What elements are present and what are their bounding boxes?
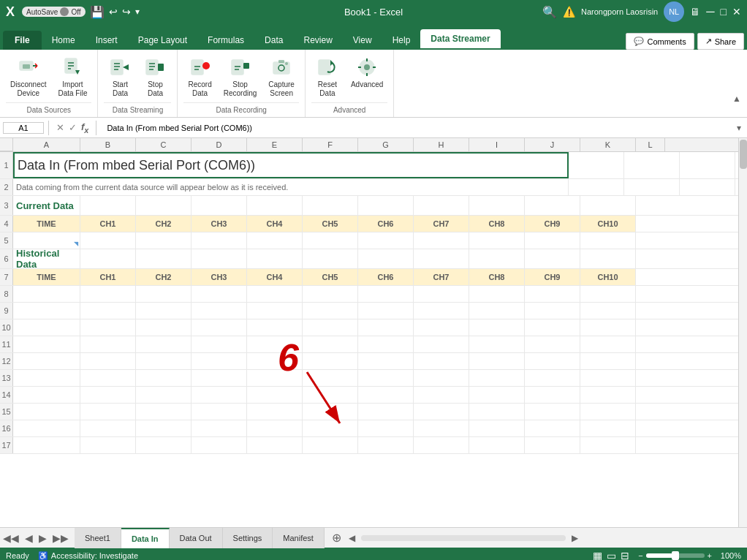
cell-f3[interactable] xyxy=(303,196,358,215)
cell-d6[interactable] xyxy=(192,249,247,268)
cell-h5[interactable] xyxy=(414,232,469,249)
autosave-toggle[interactable]: AutoSave Off xyxy=(22,7,86,17)
cell-b2[interactable] xyxy=(569,179,624,195)
col-header-j[interactable]: J xyxy=(525,138,580,151)
accept-formula-icon[interactable]: ✓ xyxy=(69,122,77,133)
tab-data[interactable]: Data xyxy=(254,31,293,50)
zoom-thumb[interactable] xyxy=(672,551,679,560)
normal-view-icon[interactable]: ▦ xyxy=(593,550,602,560)
cell-j6[interactable] xyxy=(525,249,580,268)
share-button[interactable]: ↗ Share xyxy=(697,33,744,50)
cell-d7[interactable]: CH3 xyxy=(192,269,247,285)
minimize-icon[interactable]: ─ xyxy=(706,5,714,18)
cell-f6[interactable] xyxy=(303,249,358,268)
cell-i7[interactable]: CH8 xyxy=(469,269,525,285)
cell-d5[interactable] xyxy=(192,232,247,249)
tab-page-layout[interactable]: Page Layout xyxy=(128,31,197,50)
cell-h4[interactable]: CH7 xyxy=(414,216,469,232)
col-header-h[interactable]: H xyxy=(414,138,469,151)
cell-c2[interactable] xyxy=(624,179,680,195)
cell-g5[interactable] xyxy=(358,232,414,249)
cell-d3[interactable] xyxy=(192,196,247,215)
cell-e4[interactable]: CH4 xyxy=(247,216,303,232)
tab-view[interactable]: View xyxy=(343,31,382,50)
undo-icon[interactable]: ↩ xyxy=(109,6,118,18)
capture-screen-button[interactable]: CaptureScreen xyxy=(264,53,299,101)
cell-c5[interactable] xyxy=(136,232,192,249)
horizontal-scroll-area[interactable]: ◀ ▶ xyxy=(349,533,744,543)
cell-k3[interactable] xyxy=(580,196,636,215)
cell-c4[interactable]: CH2 xyxy=(136,216,192,232)
cell-i6[interactable] xyxy=(469,249,525,268)
cell-c1[interactable] xyxy=(624,152,680,178)
cell-a2[interactable]: Data coming from the current data source… xyxy=(13,179,569,195)
col-header-f[interactable]: F xyxy=(303,138,358,151)
save-icon[interactable]: 💾 xyxy=(90,5,105,19)
cell-k6[interactable] xyxy=(580,249,636,268)
cell-g4[interactable]: CH6 xyxy=(358,216,414,232)
sheet-tab-sheet1[interactable]: Sheet1 xyxy=(75,528,121,548)
advanced-button[interactable]: Advanced xyxy=(346,53,387,92)
cell-d2[interactable] xyxy=(680,179,735,195)
cell-j5[interactable] xyxy=(525,232,580,249)
cell-a8[interactable] xyxy=(13,286,80,302)
cell-i4[interactable]: CH8 xyxy=(469,216,525,232)
cell-k5[interactable] xyxy=(580,232,636,249)
cell-j7[interactable]: CH9 xyxy=(525,269,580,285)
close-icon[interactable]: ✕ xyxy=(732,6,741,18)
cell-k7[interactable]: CH10 xyxy=(580,269,636,285)
maximize-icon[interactable]: □ xyxy=(721,6,727,18)
comments-button[interactable]: 💬 Comments xyxy=(626,33,694,50)
cell-c7[interactable]: CH2 xyxy=(136,269,192,285)
cell-e6[interactable] xyxy=(247,249,303,268)
cell-a7[interactable]: TIME xyxy=(13,269,80,285)
formula-input[interactable] xyxy=(101,122,734,134)
sheet-nav-prev[interactable]: ◀ xyxy=(25,532,33,544)
scroll-left-btn[interactable]: ◀ xyxy=(349,533,355,543)
cell-a5[interactable]: ◥ xyxy=(13,232,80,249)
tab-formulas[interactable]: Formulas xyxy=(197,31,254,50)
tab-file[interactable]: File xyxy=(3,31,42,50)
tab-data-streamer[interactable]: Data Streamer xyxy=(420,29,500,50)
page-break-view-icon[interactable]: ⊟ xyxy=(621,550,629,560)
cell-b5[interactable] xyxy=(80,232,136,249)
cell-j3[interactable] xyxy=(525,196,580,215)
ribbon-display-icon[interactable]: 🖥 xyxy=(690,6,700,18)
cell-b1[interactable] xyxy=(569,152,624,178)
col-header-g[interactable]: G xyxy=(358,138,414,151)
stop-recording-button[interactable]: StopRecording xyxy=(219,53,262,101)
cell-d4[interactable]: CH3 xyxy=(192,216,247,232)
sheet-tab-settings[interactable]: Settings xyxy=(223,528,273,548)
cell-reference-box[interactable] xyxy=(3,122,44,134)
cell-b3[interactable] xyxy=(80,196,136,215)
tab-home[interactable]: Home xyxy=(42,31,86,50)
grid-scroll[interactable]: A B C D E F G H I J K L 1 Data In (From … xyxy=(0,138,738,527)
stop-data-button[interactable]: StopData xyxy=(139,53,171,101)
reset-data-button[interactable]: ResetData xyxy=(311,53,344,101)
cell-h3[interactable] xyxy=(414,196,469,215)
cell-b4[interactable]: CH1 xyxy=(80,216,136,232)
cell-h7[interactable]: CH7 xyxy=(414,269,469,285)
sheet-nav-left[interactable]: ◀◀ xyxy=(3,532,19,544)
col-header-l[interactable]: L xyxy=(636,138,665,151)
formula-expand-icon[interactable]: ▾ xyxy=(737,123,741,133)
cell-k4[interactable]: CH10 xyxy=(580,216,636,232)
insert-function-icon[interactable]: fx xyxy=(81,121,88,135)
col-header-e[interactable]: E xyxy=(247,138,303,151)
cell-c6[interactable] xyxy=(136,249,192,268)
cell-a1[interactable]: Data In (From mbed Serial Port (COM6)) xyxy=(13,152,569,178)
cell-e5[interactable] xyxy=(247,232,303,249)
cell-b7[interactable]: CH1 xyxy=(80,269,136,285)
cell-g3[interactable] xyxy=(358,196,414,215)
ribbon-collapse-button[interactable]: ▲ xyxy=(732,94,741,104)
cancel-formula-icon[interactable]: ✕ xyxy=(56,122,64,133)
col-header-c[interactable]: C xyxy=(136,138,192,151)
cell-i5[interactable] xyxy=(469,232,525,249)
cell-b6[interactable] xyxy=(80,249,136,268)
col-header-k[interactable]: K xyxy=(580,138,636,151)
col-header-d[interactable]: D xyxy=(192,138,247,151)
customize-qat-icon[interactable]: ▾ xyxy=(135,7,140,17)
vertical-scrollbar[interactable] xyxy=(738,138,747,527)
col-header-i[interactable]: I xyxy=(469,138,525,151)
redo-icon[interactable]: ↪ xyxy=(122,6,131,18)
